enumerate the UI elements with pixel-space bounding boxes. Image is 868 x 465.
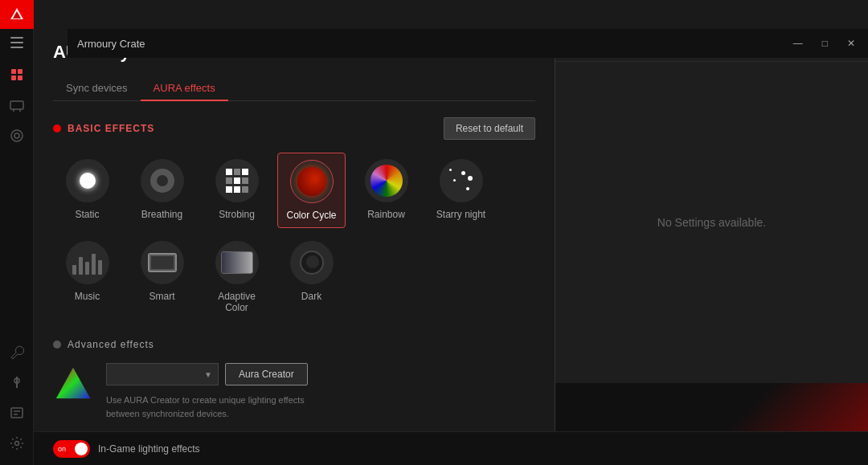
right-panel-decoration xyxy=(555,383,868,431)
svg-rect-16 xyxy=(11,408,23,418)
color-cycle-circle xyxy=(297,167,326,196)
titlebar: Armoury Crate — □ ✕ xyxy=(68,29,868,58)
aura-creator-dropdown-wrapper: ▼ xyxy=(106,363,219,385)
section-title: BASIC EFFECTS xyxy=(68,123,154,134)
effect-static-label: Static xyxy=(75,209,99,220)
aura-creator-icon xyxy=(53,363,93,403)
svg-rect-9 xyxy=(10,101,23,109)
smart-monitor xyxy=(148,253,177,272)
hamburger-menu-icon[interactable] xyxy=(0,29,33,59)
effect-color-cycle-icon xyxy=(290,160,334,203)
rainbow-circle xyxy=(371,165,403,197)
svg-rect-5 xyxy=(11,69,16,74)
effect-smart-icon xyxy=(141,241,184,284)
sidebar-item-aura[interactable] xyxy=(0,120,34,151)
effect-music-label: Music xyxy=(75,291,100,302)
tab-sync-devices[interactable]: Sync devices xyxy=(53,75,141,100)
tabs-container: Sync devices AURA effects xyxy=(53,75,535,101)
music-bar-1 xyxy=(72,265,76,275)
effect-strobing[interactable]: Strobing xyxy=(203,153,271,228)
minimize-button[interactable]: — xyxy=(790,38,806,49)
effect-strobing-label: Strobing xyxy=(219,209,255,220)
effect-color-cycle-label: Color Cycle xyxy=(286,210,336,221)
strobing-pattern xyxy=(226,169,248,193)
effect-adaptive-color-icon xyxy=(215,241,259,284)
effect-color-cycle[interactable]: Color Cycle xyxy=(277,153,346,228)
main-content: Armoury Crate — □ ✕ AURA Sync · Sync dev… xyxy=(34,29,868,465)
svg-point-19 xyxy=(14,442,18,446)
sidebar-item-settings[interactable] xyxy=(0,428,34,459)
music-bars xyxy=(72,251,102,275)
tab-aura-effects[interactable]: AURA effects xyxy=(141,75,228,100)
bottom-bar: on In-Game lighting effects xyxy=(34,431,868,465)
effect-rainbow-icon xyxy=(365,159,408,202)
svg-rect-4 xyxy=(10,47,23,48)
basic-effects-header: BASIC EFFECTS Reset to default xyxy=(53,117,535,140)
advanced-effects-header: Advanced effects xyxy=(53,339,535,350)
left-panel: AURA Sync · Sync devices AURA effects BA… xyxy=(34,29,555,431)
effect-breathing-label: Breathing xyxy=(141,209,182,220)
content-area: AURA Sync · Sync devices AURA effects BA… xyxy=(34,29,868,431)
effect-smart-label: Smart xyxy=(149,291,174,302)
effect-dark[interactable]: Dark xyxy=(277,235,346,320)
window-controls: — □ ✕ xyxy=(790,38,858,49)
effect-breathing-icon xyxy=(141,159,184,202)
dark-circle xyxy=(300,251,324,275)
in-game-lighting-toggle[interactable]: on xyxy=(53,440,90,458)
music-bar-5 xyxy=(98,260,102,275)
no-settings-text: No Settings available. xyxy=(657,216,766,229)
effect-strobing-icon xyxy=(215,159,259,202)
sidebar xyxy=(0,0,34,465)
advanced-effects-title: Advanced effects xyxy=(68,339,154,350)
star-2 xyxy=(453,179,456,182)
star-4 xyxy=(449,169,452,171)
star-1 xyxy=(461,171,465,175)
static-circle xyxy=(80,173,96,189)
effect-music[interactable]: Music xyxy=(53,235,121,320)
music-bar-3 xyxy=(85,262,89,275)
effect-static-icon xyxy=(66,159,109,202)
sidebar-item-devices[interactable] xyxy=(0,90,34,120)
music-bar-4 xyxy=(92,254,96,275)
in-game-lighting-label: In-Game lighting effects xyxy=(98,443,200,455)
effect-rainbow[interactable]: Rainbow xyxy=(352,153,420,228)
effect-dark-icon xyxy=(290,241,334,284)
toggle-knob xyxy=(75,443,88,455)
effect-smart[interactable]: Smart xyxy=(128,235,196,320)
section-dot xyxy=(53,124,61,133)
adaptive-color-bar xyxy=(221,251,253,274)
effect-starry-night[interactable]: Starry night xyxy=(427,153,495,228)
app-logo xyxy=(0,0,34,29)
svg-rect-3 xyxy=(10,42,23,43)
advanced-effects-section: Advanced effects xyxy=(53,339,535,420)
svg-rect-7 xyxy=(11,75,16,80)
effect-music-icon xyxy=(66,241,109,284)
svg-point-12 xyxy=(11,130,23,141)
effect-adaptive-color-label: Adaptive Color xyxy=(206,291,268,313)
sidebar-item-pin[interactable] xyxy=(0,367,34,398)
toggle-on-label: on xyxy=(58,445,66,453)
effect-starry-night-icon xyxy=(440,159,483,202)
right-panel-body: No Settings available. xyxy=(555,62,868,383)
aura-creator-button[interactable]: Aura Creator xyxy=(225,363,308,385)
svg-rect-8 xyxy=(18,75,23,80)
music-bar-2 xyxy=(79,257,83,275)
effect-dark-label: Dark xyxy=(301,291,321,302)
aura-creator-dropdown[interactable] xyxy=(106,363,219,385)
effect-starry-night-label: Starry night xyxy=(436,209,485,220)
svg-rect-2 xyxy=(10,37,23,39)
effect-adaptive-color[interactable]: Adaptive Color xyxy=(203,235,271,320)
smart-monitor-screen xyxy=(151,256,174,269)
advanced-dot xyxy=(53,341,61,349)
svg-rect-6 xyxy=(18,69,23,74)
star-3 xyxy=(466,187,469,190)
reset-to-default-button[interactable]: Reset to default xyxy=(444,117,535,140)
effect-static[interactable]: Static xyxy=(53,153,121,228)
app-title: Armoury Crate xyxy=(77,38,145,50)
sidebar-item-history[interactable] xyxy=(0,398,34,428)
sidebar-item-home[interactable] xyxy=(0,59,34,90)
sidebar-item-wrench[interactable] xyxy=(0,337,34,367)
effect-breathing[interactable]: Breathing xyxy=(128,153,196,228)
close-button[interactable]: ✕ xyxy=(844,38,858,49)
maximize-button[interactable]: □ xyxy=(819,38,831,49)
